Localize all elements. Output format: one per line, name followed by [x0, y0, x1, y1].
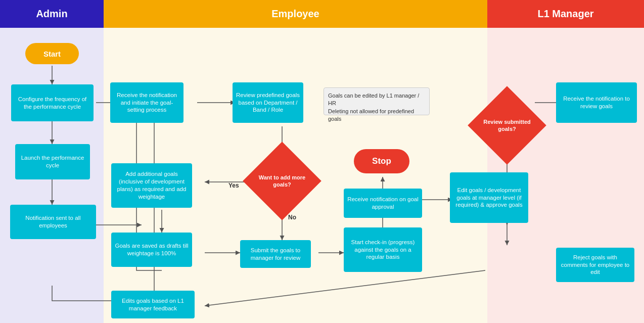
receive-review-node: Receive the notification to review goals: [556, 82, 637, 123]
header-l1: L1 Manager: [487, 0, 644, 28]
no-label: No: [288, 214, 296, 221]
launch-node: Launch the performance cycle: [15, 144, 90, 179]
receive-notification-node: Receive the notification and initiate th…: [110, 82, 183, 123]
employee-label: Employee: [271, 8, 319, 20]
svg-line-19: [205, 270, 485, 306]
submit-goals-node: Submit the goals to manager for review: [240, 240, 311, 268]
edits-goals-node: Edits goals based on L1 manager feedback: [111, 291, 195, 318]
header-admin: Admin: [0, 0, 104, 28]
notification-all-node: Notification sent to all employees: [10, 205, 96, 239]
note-box: Goals can be edited by L1 manager / HR D…: [324, 87, 430, 115]
header-row: Admin Employee L1 Manager: [0, 0, 644, 28]
header-employee: Employee: [104, 0, 487, 28]
yes-label: Yes: [228, 182, 239, 189]
flowchart: Start Configure the frequency of the per…: [0, 28, 644, 323]
diagram-container: Admin Employee L1 Manager: [0, 0, 644, 323]
receive-approval-node: Receive notification on goal approval: [344, 189, 422, 218]
want-more-diamond: Want to add more goals?: [254, 153, 310, 209]
stop-node: Stop: [354, 149, 409, 173]
configure-node: Configure the frequency of the performan…: [11, 84, 94, 121]
review-predefined-node: Review predefined goals based on Departm…: [233, 82, 303, 123]
start-node: Start: [25, 43, 79, 64]
lanes-row: Start Configure the frequency of the per…: [0, 28, 644, 323]
review-submitted-diamond: Review submitted goals?: [479, 98, 535, 153]
l1-label: L1 Manager: [537, 8, 593, 20]
goals-saved-node: Goals are saved as drafts till weightage…: [111, 233, 192, 267]
add-goals-node: Add additional goals (inclusive of devel…: [111, 163, 192, 208]
admin-label: Admin: [36, 8, 67, 20]
reject-goals-node: Reject goals with comments for employee …: [556, 248, 634, 282]
edit-goals-manager-node: Edit goals / development goals at manage…: [450, 172, 528, 223]
arrows-svg: [0, 28, 644, 323]
start-checkin-node: Start check-in (progress) against the go…: [344, 227, 422, 272]
